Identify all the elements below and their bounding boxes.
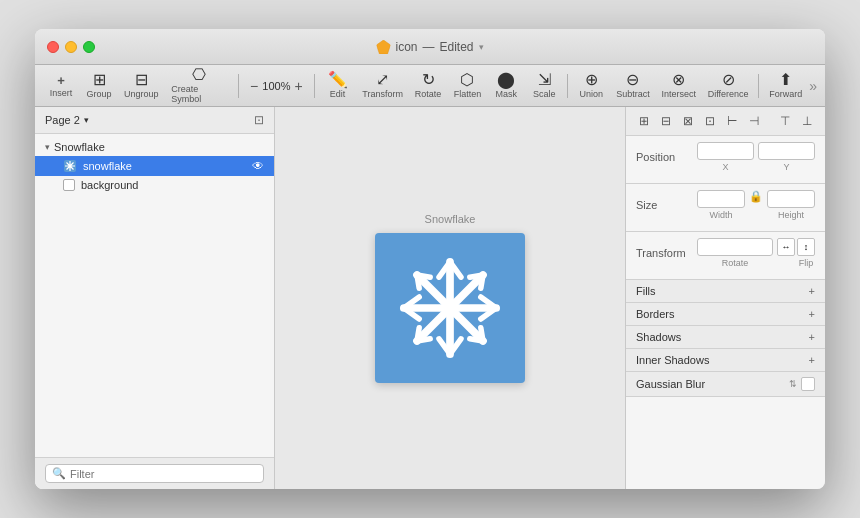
inspector-position-section: Position X Y — [626, 136, 825, 184]
fills-section-header[interactable]: Fills + — [626, 280, 825, 303]
gaussian-blur-chevron-icon: ⇅ — [789, 379, 797, 389]
x-label: X — [722, 162, 728, 172]
sidebar-toggle-button[interactable]: ⊡ — [254, 113, 264, 127]
layer-snowflake-icon — [63, 159, 77, 173]
rotate-input[interactable] — [697, 238, 773, 256]
align-bottom-button[interactable]: ⊣ — [744, 111, 764, 131]
svg-line-15 — [481, 275, 483, 288]
traffic-lights — [47, 41, 95, 53]
inner-shadows-label: Inner Shadows — [636, 354, 709, 366]
distribute-h-button[interactable]: ⊤ — [775, 111, 795, 131]
fills-add-button[interactable]: + — [809, 285, 815, 297]
scale-button[interactable]: ⇲ Scale — [526, 69, 562, 102]
mask-icon: ⬤ — [497, 72, 515, 88]
align-top-button[interactable]: ⊡ — [700, 111, 720, 131]
flip-v-button[interactable]: ↕ — [797, 238, 815, 256]
inner-shadows-section-header[interactable]: Inner Shadows + — [626, 349, 825, 372]
layer-group-header[interactable]: ▾ Snowflake — [35, 138, 274, 156]
align-center-h-button[interactable]: ⊟ — [656, 111, 676, 131]
svg-marker-0 — [376, 40, 390, 54]
borders-add-button[interactable]: + — [809, 308, 815, 320]
toolbar-overflow-button[interactable]: » — [809, 78, 817, 94]
lock-icon[interactable]: 🔒 — [749, 190, 763, 220]
union-button[interactable]: ⊕ Union — [573, 69, 609, 102]
forward-button[interactable]: ⬆ Forward — [764, 69, 807, 102]
svg-line-19 — [481, 328, 483, 341]
group-label: Group — [87, 89, 112, 99]
inner-shadows-add-button[interactable]: + — [809, 354, 815, 366]
group-button[interactable]: ⊞ Group — [81, 69, 117, 102]
minimize-button[interactable] — [65, 41, 77, 53]
rotate-icon: ↻ — [422, 72, 435, 88]
size-row: Size Width 🔒 Height — [636, 190, 815, 220]
create-symbol-icon: ⎔ — [192, 67, 206, 83]
zoom-out-button[interactable]: − — [248, 78, 260, 94]
ungroup-button[interactable]: ⊟ Ungroup — [119, 69, 163, 102]
edit-icon: ✏️ — [328, 72, 348, 88]
sidebar: Page 2 ▾ ⊡ ▾ Snowflake — [35, 107, 275, 489]
union-label: Union — [579, 89, 603, 99]
title-chevron: ▾ — [479, 42, 484, 52]
toolbar-divider-3 — [567, 74, 568, 98]
mask-button[interactable]: ⬤ Mask — [488, 69, 524, 102]
visibility-icon[interactable]: 👁 — [252, 159, 264, 173]
maximize-button[interactable] — [83, 41, 95, 53]
flatten-button[interactable]: ⬡ Flatten — [449, 69, 487, 102]
intersect-button[interactable]: ⊗ Intersect — [657, 69, 701, 102]
align-right-button[interactable]: ⊠ — [678, 111, 698, 131]
zoom-control[interactable]: − 100% + — [244, 76, 309, 96]
ungroup-label: Ungroup — [124, 89, 159, 99]
forward-icon: ⬆ — [779, 72, 792, 88]
mask-label: Mask — [496, 89, 518, 99]
shadows-label: Shadows — [636, 331, 681, 343]
toolbar: + Insert ⊞ Group ⊟ Ungroup ⎔ Create Symb… — [35, 65, 825, 107]
artboard[interactable] — [375, 233, 525, 383]
canvas-area[interactable]: Snowflake — [275, 107, 625, 489]
canvas-inner: Snowflake — [375, 213, 525, 383]
height-input[interactable] — [767, 190, 815, 208]
window-title: icon — Edited ▾ — [376, 40, 483, 54]
flip-h-button[interactable]: ↔ — [777, 238, 795, 256]
svg-line-17 — [417, 275, 419, 288]
gaussian-blur-toggle[interactable] — [801, 377, 815, 391]
position-row: Position X Y — [636, 142, 815, 172]
flip-label: Flip — [799, 258, 814, 268]
filter-input[interactable] — [70, 468, 257, 480]
close-button[interactable] — [47, 41, 59, 53]
rotate-button[interactable]: ↻ Rotate — [410, 69, 447, 102]
snowflake-graphic — [395, 253, 505, 363]
inspector-size-section: Size Width 🔒 Height — [626, 184, 825, 232]
transform-inputs: Rotate ↔ ↕ Flip — [697, 238, 815, 268]
distribute-v-button[interactable]: ⊥ — [797, 111, 817, 131]
y-input[interactable] — [758, 142, 815, 160]
shadows-section-header[interactable]: Shadows + — [626, 326, 825, 349]
insert-label: Insert — [50, 88, 73, 98]
page-selector[interactable]: Page 2 ▾ — [45, 114, 89, 126]
layer-item-snowflake[interactable]: snowflake 👁 — [35, 156, 274, 176]
layer-snowflake-name: snowflake — [83, 160, 132, 172]
toolbar-divider-1 — [238, 74, 239, 98]
main-content: Page 2 ▾ ⊡ ▾ Snowflake — [35, 107, 825, 489]
width-input[interactable] — [697, 190, 745, 208]
page-chevron-icon: ▾ — [84, 115, 89, 125]
create-symbol-button[interactable]: ⎔ Create Symbol — [165, 64, 233, 107]
group-name: Snowflake — [54, 141, 105, 153]
zoom-in-button[interactable]: + — [292, 78, 304, 94]
shadows-add-button[interactable]: + — [809, 331, 815, 343]
align-left-button[interactable]: ⊞ — [634, 111, 654, 131]
layer-item-background[interactable]: background — [35, 176, 274, 194]
x-input[interactable] — [697, 142, 754, 160]
insert-button[interactable]: + Insert — [43, 71, 79, 101]
align-center-v-button[interactable]: ⊢ — [722, 111, 742, 131]
gaussian-blur-section-header[interactable]: Gaussian Blur ⇅ — [626, 372, 825, 397]
toolbar-divider-2 — [314, 74, 315, 98]
difference-button[interactable]: ⊘ Difference — [703, 69, 753, 102]
transform-button[interactable]: ⤢ Transform — [358, 69, 408, 102]
edit-button[interactable]: ✏️ Edit — [320, 69, 356, 102]
union-icon: ⊕ — [585, 72, 598, 88]
width-input-wrap: Width — [697, 190, 745, 220]
align-tools: ⊞ ⊟ ⊠ ⊡ ⊢ ⊣ ⊤ ⊥ — [626, 107, 825, 136]
subtract-button[interactable]: ⊖ Subtract — [611, 69, 654, 102]
main-window: icon — Edited ▾ + Insert ⊞ Group ⊟ Ungro… — [35, 29, 825, 489]
borders-section-header[interactable]: Borders + — [626, 303, 825, 326]
